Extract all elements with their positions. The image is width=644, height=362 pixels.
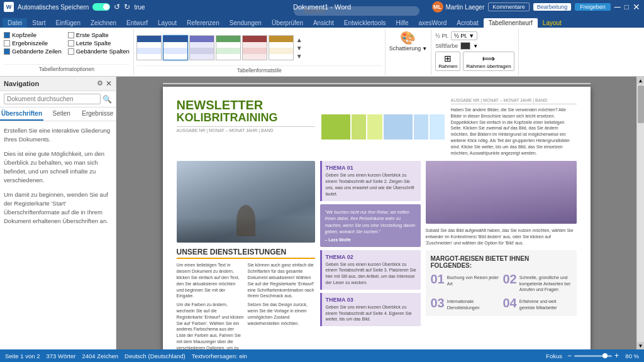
tab-entwurf[interactable]: Entwurf	[121, 18, 153, 28]
margot-desc-2: Schnelle, gründliche und kompetente Antw…	[519, 275, 572, 293]
nav-content-p2: Dies ist eine gute Möglichkeit, um den Ü…	[4, 150, 112, 185]
vertical-scrollbar[interactable]: ▲ ▼	[636, 77, 644, 349]
word-logo: W	[4, 2, 14, 12]
nav-search-area: 🔍	[0, 91, 116, 107]
table-style-preview-2[interactable]	[163, 35, 188, 60]
gebanderte-zeilen-checkbox[interactable]: Gebänderte Zeilen	[4, 48, 62, 55]
erste-spalte-checkbox[interactable]: Erste Spalte	[68, 31, 130, 38]
document-area: 12345678910111213141516171819 NEWSLETTER…	[116, 77, 636, 349]
maximize-icon[interactable]: □	[625, 3, 629, 11]
tab-datei[interactable]: Datei	[3, 18, 27, 28]
scroll-up-button[interactable]: ▲	[637, 77, 645, 84]
redo-icon[interactable]: ↻	[124, 3, 130, 11]
zoom-slider[interactable]	[574, 355, 612, 357]
ribbon-tabs-bar: Datei Start Einfügen Zeichnen Entwurf La…	[0, 14, 644, 28]
status-language[interactable]: Deutsch (Deutschland)	[125, 353, 186, 359]
theme2-title: THEMA 02	[326, 254, 417, 260]
table-style-preview-6[interactable]	[269, 35, 294, 60]
theme2-box: THEMA 02 Geben Sie uns einen kurzen Über…	[320, 250, 421, 290]
kopfzeile-checkbox[interactable]: Kopfzeile	[4, 31, 62, 38]
close-icon[interactable]: ✕	[633, 3, 640, 11]
line-weight-dropdown[interactable]: ½ Pt.▼	[451, 31, 477, 40]
ribbon: Kopfzeile Ergebniszeile Gebänderte Zeile…	[0, 28, 644, 77]
table-style-preview-4[interactable]	[216, 35, 241, 60]
zoom-slider-thumb[interactable]	[602, 353, 608, 358]
nav-search-icon[interactable]: 🔍	[103, 95, 112, 104]
right-image-text: Sobald Sie das Bild aufgewählt haben, da…	[426, 228, 577, 246]
quote-text: "Wir buchen nicht nur Ihre Reise; wir he…	[325, 209, 416, 236]
pen-color-dropdown[interactable]: ▼	[473, 43, 478, 49]
tab-ansicht[interactable]: Ansicht	[308, 18, 339, 28]
letzte-spalte-checkbox[interactable]: Letzte Spalte	[68, 40, 130, 47]
tab-zeichnen[interactable]: Zeichnen	[86, 18, 121, 28]
nav-tab-seiten[interactable]: Seiten	[43, 107, 80, 121]
language-indicator: true	[134, 4, 145, 11]
margot-item-4: 04 Erfahrene und weit gereiste Mitarbeit…	[503, 297, 572, 311]
undo-icon[interactable]: ↺	[114, 3, 120, 11]
status-words: 373 Wörter	[46, 353, 75, 359]
tab-referenzen[interactable]: Referenzen	[182, 18, 225, 28]
tab-start[interactable]: Start	[27, 18, 50, 28]
table-format-options-group: Kopfzeile Ergebniszeile Gebänderte Zeile…	[0, 29, 134, 75]
nl-edition-label: AUSGABE NR | MONAT – MONAT JAHR | BAND	[177, 126, 315, 133]
services-text-col2: Sie können auch ganz einfach die Schrift…	[248, 262, 315, 349]
ergebniszeile-checkbox[interactable]: Ergebniszeile	[4, 40, 62, 47]
border-button[interactable]: ⊞ Rahmen	[435, 52, 460, 71]
theme1-box: THEMA 01 Geben Sie uns einen kurzen Über…	[320, 161, 421, 200]
zoom-out-icon[interactable]: −	[567, 351, 572, 360]
table-format-options-label: Tabellenformatoptionen	[4, 64, 130, 72]
nav-tab-uberschriften[interactable]: Überschriften	[0, 107, 43, 121]
border-copy-button[interactable]: ⟾ Rahmen übertragen	[463, 52, 514, 71]
margot-num-2: 02	[503, 273, 517, 285]
checkbox-group-right: Erste Spalte Letzte Spalte Gebänderte Sp…	[68, 31, 130, 55]
comment-button[interactable]: Kommentare	[488, 3, 530, 11]
nav-title: Navigation	[4, 80, 39, 87]
nav-tab-ergebnisse[interactable]: Ergebnisse	[80, 107, 116, 121]
tab-layout2[interactable]: Layout	[538, 18, 567, 28]
tab-entwicklertools[interactable]: Entwicklertools	[339, 18, 391, 28]
top-search-bar	[239, 6, 474, 16]
table-style-preview-3[interactable]	[189, 35, 214, 60]
status-focus[interactable]: Fokus	[546, 353, 562, 359]
autosave-toggle[interactable]	[92, 3, 110, 11]
minimize-icon[interactable]: ─	[614, 3, 621, 11]
tab-uberprufen[interactable]: Überprüfen	[267, 18, 308, 28]
nav-close-icon[interactable]: ✕	[106, 79, 112, 88]
ruler: 12345678910111213141516171819	[163, 83, 591, 84]
tab-einfugen[interactable]: Einfügen	[50, 18, 85, 28]
margot-item-1: 01 Buchung von Reisen jeder Art	[431, 273, 499, 293]
zoom-level[interactable]: 80 %	[621, 353, 639, 359]
table-style-preview-5[interactable]	[242, 35, 267, 60]
table-style-preview-1[interactable]	[136, 35, 162, 60]
margot-num-4: 04	[503, 297, 517, 309]
margot-desc-1: Buchung von Reisen jeder Art	[447, 275, 499, 287]
zoom-in-icon[interactable]: +	[614, 351, 619, 360]
theme3-title: THEMA 03	[326, 297, 417, 303]
margot-num-3: 03	[431, 297, 445, 309]
tab-hilfe[interactable]: Hilfe	[391, 18, 413, 28]
scroll-down-button[interactable]: ▼	[637, 342, 645, 349]
theme2-text: Geben Sie uns einen kurzen Überblick zu …	[326, 261, 417, 286]
share-button[interactable]: Freigeben	[575, 3, 611, 11]
tab-sendungen[interactable]: Sendungen	[225, 18, 267, 28]
nl-right-image	[426, 161, 577, 224]
search-input[interactable]	[294, 6, 419, 16]
nl-right-intro: Haben Sie andere Bilder, die Sie verwend…	[451, 107, 577, 156]
shading-dropdown-icon[interactable]: ▼	[422, 46, 427, 52]
tab-axesword[interactable]: axesWord	[413, 18, 452, 28]
margot-desc-3: Internationale Dienstleistungen	[447, 299, 499, 311]
border-copy-icon: ⟾	[482, 53, 495, 63]
tab-layout[interactable]: Layout	[153, 18, 182, 28]
nav-settings-icon[interactable]: ⚙	[97, 79, 103, 88]
gebanderte-spalten-checkbox[interactable]: Gebänderte Spalten	[68, 48, 130, 55]
nav-search-input[interactable]	[4, 94, 101, 104]
pen-color-swatch[interactable]	[460, 42, 470, 50]
shading-label: Schattierung	[389, 45, 421, 52]
scroll-thumb[interactable]	[638, 85, 644, 123]
status-page: Seite 1 von 2	[5, 353, 40, 359]
table-styles-scroll-up[interactable]: ▲ ▼ ▼	[296, 36, 303, 60]
nl-hero-image	[177, 161, 315, 243]
edit-button[interactable]: Bearbeitung	[533, 3, 572, 11]
tab-tabellenentwurf[interactable]: Tabellenentwurf	[484, 18, 538, 28]
tab-acrobat[interactable]: Acrobat	[452, 18, 483, 28]
